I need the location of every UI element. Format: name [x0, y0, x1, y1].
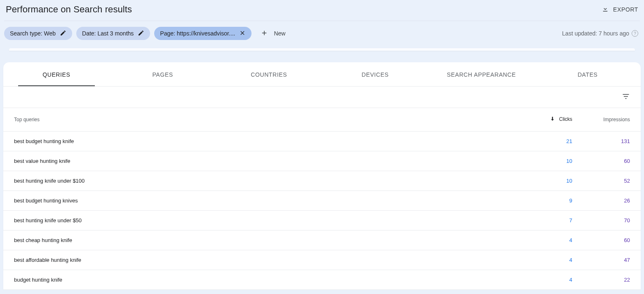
tab-pages[interactable]: PAGES [110, 62, 216, 86]
tab-countries[interactable]: COUNTRIES [216, 62, 322, 86]
table-row[interactable]: best value hunting knife1060 [3, 151, 641, 171]
table-row[interactable]: best hunting knife under $1001052 [3, 171, 641, 191]
add-filter-label: New [274, 30, 285, 37]
impressions-cell: 131 [583, 131, 641, 151]
filter-chip-label: Search type: Web [10, 30, 56, 37]
last-updated-text: Last updated: 7 hours ago [562, 30, 629, 37]
close-icon[interactable] [239, 30, 246, 38]
page-title: Performance on Search results [6, 4, 132, 15]
clicks-cell: 4 [525, 250, 583, 270]
impressions-cell: 70 [583, 210, 641, 230]
filter-chip-1[interactable]: Date: Last 3 months [76, 27, 150, 40]
impressions-cell: 52 [583, 171, 641, 191]
impressions-cell: 60 [583, 151, 641, 171]
export-button[interactable]: EXPORT [602, 5, 638, 14]
table-row[interactable]: best budget hunting knife21131 [3, 131, 641, 151]
tab-dates[interactable]: DATES [534, 62, 641, 86]
arrow-down-icon [550, 117, 557, 123]
query-cell: best budget hunting knives [3, 191, 525, 210]
table-row[interactable]: budget hunting knife422 [3, 270, 641, 289]
clicks-cell: 21 [525, 131, 583, 151]
col-header-query[interactable]: Top queries [3, 108, 525, 131]
query-cell: best hunting knife under $50 [3, 210, 525, 230]
query-cell: best cheap hunting knife [3, 230, 525, 250]
last-updated: Last updated: 7 hours ago ? [562, 30, 638, 37]
table-row[interactable]: best hunting knife under $50770 [3, 210, 641, 230]
filter-chip-label: Date: Last 3 months [82, 30, 134, 37]
col-header-impressions[interactable]: Impressions [583, 108, 641, 131]
impressions-cell: 60 [583, 230, 641, 250]
impressions-cell: 26 [583, 191, 641, 210]
help-icon[interactable]: ? [632, 30, 638, 37]
clicks-cell: 7 [525, 210, 583, 230]
tab-queries[interactable]: QUERIES [3, 62, 110, 86]
add-filter-button[interactable]: New [261, 29, 285, 38]
filter-chip-label: Page: https://knivesadvisor.... [160, 30, 235, 37]
table-row[interactable]: best budget hunting knives926 [3, 191, 641, 210]
data-card: QUERIESPAGESCOUNTRIESDEVICESSEARCH APPEA… [3, 62, 641, 290]
query-cell: budget hunting knife [3, 270, 525, 289]
edit-icon[interactable] [138, 30, 144, 38]
col-header-clicks[interactable]: Clicks [525, 108, 583, 131]
filter-chip-2[interactable]: Page: https://knivesadvisor.... [154, 27, 251, 40]
impressions-cell: 47 [583, 250, 641, 270]
chart-placeholder [9, 48, 635, 51]
plus-icon [261, 29, 268, 38]
table-row[interactable]: best cheap hunting knife460 [3, 230, 641, 250]
queries-table: Top queries Clicks Impressions best budg… [3, 108, 641, 290]
export-label: EXPORT [613, 6, 638, 13]
query-cell: best affordable hunting knife [3, 250, 525, 270]
filter-chip-0[interactable]: Search type: Web [4, 27, 72, 40]
query-cell: best value hunting knife [3, 151, 525, 171]
download-icon [602, 5, 609, 14]
tab-search-appearance[interactable]: SEARCH APPEARANCE [428, 62, 535, 86]
clicks-cell: 4 [525, 270, 583, 289]
query-cell: best budget hunting knife [3, 131, 525, 151]
edit-icon[interactable] [60, 30, 66, 38]
clicks-cell: 10 [525, 151, 583, 171]
tab-devices[interactable]: DEVICES [322, 62, 428, 86]
col-header-clicks-label: Clicks [559, 116, 572, 122]
clicks-cell: 9 [525, 191, 583, 210]
impressions-cell: 22 [583, 270, 641, 289]
table-row[interactable]: best affordable hunting knife447 [3, 250, 641, 270]
table-filter-button[interactable] [622, 92, 630, 102]
clicks-cell: 4 [525, 230, 583, 250]
clicks-cell: 10 [525, 171, 583, 191]
query-cell: best hunting knife under $100 [3, 171, 525, 191]
